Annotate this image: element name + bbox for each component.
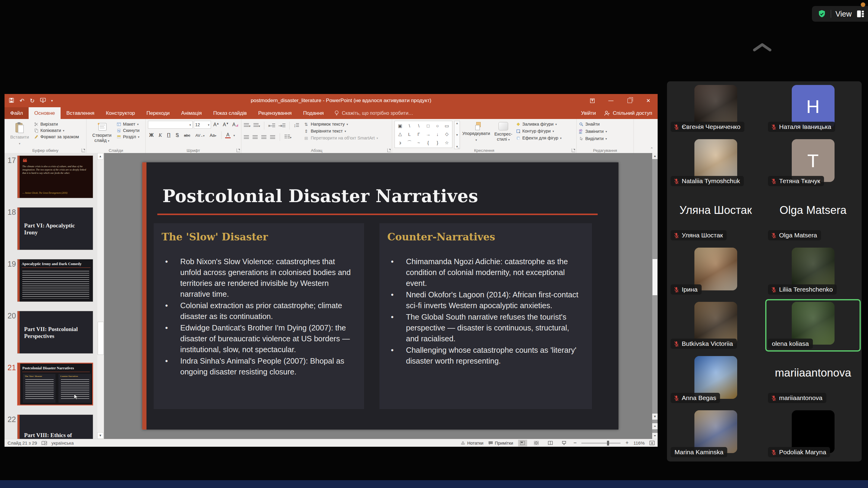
participant-tile-наталя-іваницька[interactable]: Н Наталя Іваницька <box>764 82 862 135</box>
slide-sorter-view-button[interactable] <box>532 440 541 447</box>
slide-thumbnail-22[interactable]: Part VIII: Ethics of <box>17 415 93 439</box>
paste-button[interactable]: Вставити ▾ <box>7 121 32 147</box>
slide-scrollbar[interactable]: ▲ ▼ ⏶ ⏷ <box>652 153 658 439</box>
language-indicator[interactable]: українська <box>52 441 74 446</box>
shape-glyph[interactable]: L <box>408 132 410 137</box>
shrink-font-button[interactable]: А▼ <box>221 122 230 128</box>
shape-fill-button[interactable]: Заливка фігури▾ <box>516 122 561 127</box>
start-slideshow-icon[interactable] <box>40 98 46 104</box>
restore-button[interactable] <box>620 94 639 107</box>
font-size-combo[interactable]: 12▾ <box>194 121 211 129</box>
font-name-combo[interactable]: ▾ <box>148 121 193 129</box>
italic-button[interactable]: К <box>157 132 163 138</box>
find-button[interactable]: Знайти <box>579 122 607 127</box>
shape-glyph[interactable]: } <box>437 140 438 145</box>
participant-tile-mariiaantonova[interactable]: mariiaantonova mariiaantonova <box>764 352 862 407</box>
tab-Переходи[interactable]: Переходи <box>141 107 176 119</box>
next-slide-button[interactable]: ⏷ <box>652 433 658 439</box>
slide-thumbnail-21[interactable]: Postcolonial Disaster NarrativesThe 'Slo… <box>17 363 93 405</box>
text-shadow-button[interactable]: S <box>175 132 180 138</box>
slide-thumbnail-19[interactable]: Apocalyptic Irony and Dark Comedy <box>17 259 93 302</box>
slide-thumbnail-panel[interactable]: 17❝The climate crisis is also a crisis o… <box>4 153 104 439</box>
shape-glyph[interactable]: ◇ <box>445 131 449 137</box>
clear-formatting-button[interactable]: А◢ <box>231 122 239 128</box>
customize-qat-icon[interactable]: ▾ <box>51 99 53 102</box>
spellcheck-icon[interactable] <box>41 441 47 446</box>
scroll-up-arrow[interactable]: ▲ <box>97 153 103 160</box>
participant-tile-liliia-tereshchenko[interactable]: Liliia Tereshchenko <box>764 244 862 298</box>
participant-tile-butkivska-victoriia[interactable]: Butkivska Victoriia <box>667 298 764 352</box>
participant-tile-ірина[interactable]: Ірина <box>667 244 764 298</box>
shape-gallery[interactable]: ▣\\□○▭△LΓ→↓◇϶⌒~{}☆ <box>395 121 453 148</box>
copy-button[interactable]: Копіювати▾ <box>34 128 79 133</box>
align-text-button[interactable]: ⇕ Вирівняти текст▾ <box>304 129 378 133</box>
tab-Анімація[interactable]: Анімація <box>176 107 207 119</box>
tab-Рецензування[interactable]: Рецензування <box>253 107 298 119</box>
zoom-slider-knob[interactable] <box>607 441 609 446</box>
line-spacing-button[interactable]: ↕ <box>293 123 299 128</box>
participant-tile-nataliia-tymoshchuk[interactable]: Nataliia Tymoshchuk <box>667 135 764 190</box>
increase-indent-button[interactable]: ⇥ <box>278 123 285 129</box>
fit-to-window-icon[interactable] <box>650 441 655 445</box>
bullets-button[interactable]: ▾ <box>244 123 250 128</box>
tab-Конструктор[interactable]: Конструктор <box>100 107 141 119</box>
grow-font-button[interactable]: А▲ <box>212 122 221 128</box>
align-right-button[interactable] <box>261 135 267 139</box>
shape-outline-button[interactable]: Контур фігури▾ <box>516 129 561 133</box>
reading-view-button[interactable] <box>546 440 555 447</box>
participant-tile-podoliak-maryna[interactable]: Podoliak Maryna <box>764 407 862 461</box>
notes-button[interactable]: Нотатки <box>461 441 484 446</box>
participant-tile-уляна-шостак[interactable]: Уляна Шостак Уляна Шостак <box>667 190 764 244</box>
participant-tile-anna-begas[interactable]: Anna Begas <box>667 352 764 407</box>
minimize-button[interactable]: — <box>601 94 620 107</box>
replace-button[interactable]: abac Замінити▾ <box>579 129 607 134</box>
align-left-button[interactable] <box>244 135 249 139</box>
current-slide[interactable]: Postcolonial Disaster Narratives The 'Sl… <box>142 162 618 429</box>
tab-Основне[interactable]: Основне <box>29 107 61 119</box>
thumbnail-scrollbar[interactable]: ▲▼ <box>97 153 103 439</box>
shape-glyph[interactable]: ▭ <box>444 123 449 129</box>
participant-tile-marina-kaminska[interactable]: Marina Kaminska <box>667 407 764 461</box>
shape-glyph[interactable]: \ <box>418 123 419 128</box>
reset-button[interactable]: Скинути <box>117 128 140 133</box>
change-case-button[interactable]: Aa▾ <box>209 133 218 138</box>
normal-view-button[interactable] <box>518 440 527 447</box>
select-button[interactable]: Виділити▾ <box>579 136 607 141</box>
decrease-indent-button[interactable]: ⇤ <box>268 123 275 129</box>
smartart-button[interactable]: ⊞ Перетворити на об'єкт SmartArt▾ <box>304 135 378 140</box>
tell-me-box[interactable]: Скажіть, що потрібно зробити… <box>330 107 418 119</box>
comments-button[interactable]: Примітки <box>488 441 513 446</box>
bold-button[interactable]: Ж <box>148 132 155 138</box>
shape-glyph[interactable]: Γ <box>417 132 420 137</box>
shape-glyph[interactable]: ↓ <box>436 132 439 137</box>
previous-slide-button[interactable]: ⏶ <box>652 423 658 429</box>
meeting-view-control[interactable]: View <box>812 6 868 22</box>
participant-tile-тетяна-ткачук[interactable]: Т Тетяна Ткачук <box>764 135 862 190</box>
quick-styles-button[interactable]: Експрес-стилі ▾ <box>493 121 514 147</box>
text-direction-button[interactable]: ⇅ Напрямок тексту▾ <box>304 122 378 127</box>
redo-icon[interactable]: ↻ <box>30 98 35 104</box>
meeting-controls-chevron[interactable] <box>752 41 772 54</box>
arrange-button[interactable]: Упорядкувати ▾ <box>462 121 491 147</box>
zoom-percentage[interactable]: 116% <box>633 441 645 446</box>
columns-button[interactable]: ▾ <box>284 134 291 140</box>
shape-glyph[interactable]: ~ <box>417 140 420 145</box>
align-center-button[interactable] <box>253 135 258 139</box>
slide-thumbnail-18[interactable]: Part VI: Apocalyptic Irony <box>17 207 93 250</box>
strikethrough-button[interactable]: abc <box>183 133 191 138</box>
shape-glyph[interactable]: ϶ <box>399 140 401 145</box>
format-painter-button[interactable]: Формат за зразком <box>34 134 79 139</box>
numbering-button[interactable]: ▾ <box>253 123 260 128</box>
slide-thumbnail-20[interactable]: Part VII: Postcolonial Perspectives <box>17 311 93 354</box>
shape-glyph[interactable]: { <box>427 140 429 145</box>
shape-gallery-scrollbar[interactable]: ▲▼▼̲ <box>454 121 460 149</box>
font-color-button[interactable]: А <box>225 132 231 138</box>
sign-in-button[interactable]: Увійти <box>581 110 596 116</box>
close-button[interactable]: ✕ <box>639 94 658 107</box>
shape-glyph[interactable]: \ <box>409 123 410 128</box>
shape-glyph[interactable]: ▣ <box>398 123 402 129</box>
layout-button[interactable]: Макет▾ <box>117 122 140 127</box>
shape-glyph[interactable]: ⌒ <box>407 140 412 145</box>
tab-Подання[interactable]: Подання <box>298 107 330 119</box>
slide-thumbnail-17[interactable]: ❝The climate crisis is also a crisis of … <box>17 156 93 198</box>
